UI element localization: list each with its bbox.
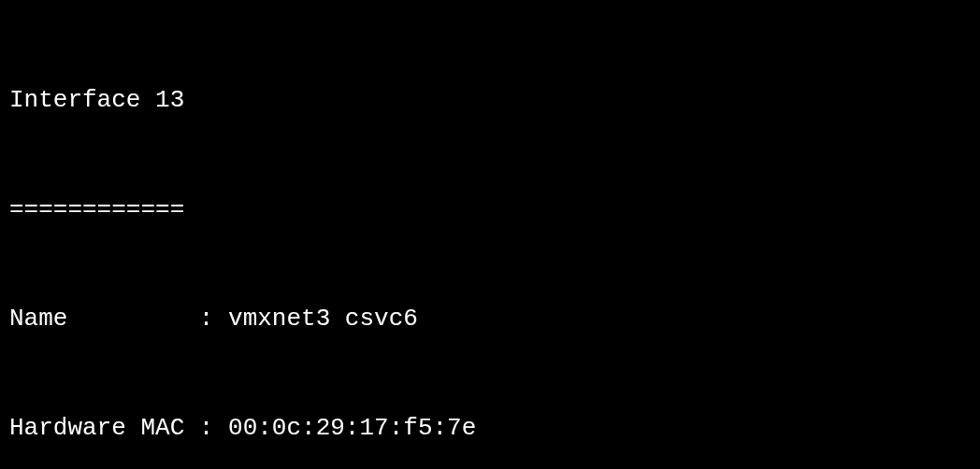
field-hardware-mac: Hardware MAC : 00:0c:29:17:f5:7e bbox=[9, 410, 971, 447]
field-name: Name : vmxnet3 csvc6 bbox=[9, 301, 971, 337]
interface-divider: ============ bbox=[9, 192, 971, 228]
interface-header: Interface 13 bbox=[9, 82, 971, 119]
terminal-output[interactable]: Interface 13 ============ Name : vmxnet3… bbox=[9, 9, 971, 469]
